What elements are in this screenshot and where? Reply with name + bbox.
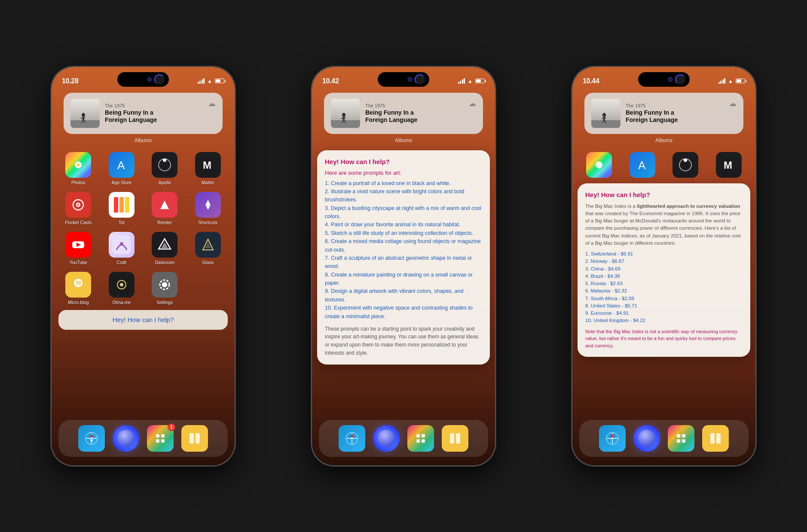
- art-item-8: 8. Create a miniature painting or drawin…: [325, 271, 482, 288]
- app-icon-appstore-3[interactable]: A: [630, 152, 655, 178]
- album-art-2: [331, 99, 360, 128]
- phone-2-screen: 10.42 ▲: [312, 67, 495, 465]
- widget-container-1[interactable]: The 1975 Being Funny In aForeign Languag…: [52, 93, 235, 150]
- bmi-item-1: 1. Switzerland - $6.91: [585, 250, 743, 258]
- siri-popup-body-3: The Big Mac Index is a lighthearted appr…: [585, 203, 743, 350]
- dock-app-siri-1[interactable]: [113, 425, 139, 452]
- widget-container-2[interactable]: The 1975 Being Funny In aForeign Languag…: [312, 93, 495, 150]
- app-item-photos[interactable]: Photos: [60, 152, 97, 185]
- app-item-apollo[interactable]: Apollo: [147, 152, 183, 185]
- siri-orb-2[interactable]: [373, 425, 400, 452]
- dock-app-multipl-3[interactable]: [702, 425, 729, 452]
- svg-point-77: [684, 158, 687, 162]
- album-art-1: [70, 99, 100, 128]
- app-item-glass[interactable]: Glass: [190, 232, 226, 265]
- bmi-item-3: 3. China - $4.69: [585, 265, 743, 273]
- dock-icon-safari-3[interactable]: [599, 425, 626, 452]
- dock-icon-safari-1[interactable]: [78, 425, 105, 452]
- app-item-apollo-3[interactable]: [667, 152, 704, 180]
- siri-bar-1[interactable]: Hey! How can I help?: [58, 310, 228, 330]
- app-item-appstore[interactable]: A App Store: [104, 152, 140, 185]
- app-icon-photos-3[interactable]: [586, 152, 612, 178]
- dock-icon-multipl-2[interactable]: [442, 425, 468, 452]
- dock-icon-slack-2[interactable]: [407, 425, 434, 452]
- app-icon-reeder[interactable]: [152, 192, 177, 218]
- app-icon-olma[interactable]: [109, 272, 134, 298]
- app-item-pocketcasts[interactable]: Pocket Casts: [60, 192, 97, 225]
- di-camera-3: [668, 77, 672, 82]
- app-item-photos-3[interactable]: [581, 152, 617, 180]
- app-icon-matter-3[interactable]: M: [716, 152, 742, 178]
- dock-app-siri-3[interactable]: [633, 425, 660, 452]
- app-icon-craft[interactable]: [109, 232, 134, 258]
- app-icon-matter[interactable]: M: [195, 152, 221, 178]
- art-footer: These prompts can be a starting point to…: [325, 325, 482, 357]
- di-camera-2: [408, 77, 412, 82]
- dock-app-safari-1[interactable]: [78, 425, 105, 452]
- widget-label-1: Albums: [57, 137, 229, 143]
- widget-container-3[interactable]: The 1975 Being Funny In aForeign Languag…: [572, 93, 755, 150]
- svg-rect-85: [677, 439, 680, 443]
- phone-3-screen: 10.44 ▲: [572, 67, 755, 465]
- dynamic-island-2: [378, 72, 429, 87]
- app-label-pocketcasts: Pocket Casts: [65, 220, 92, 225]
- svg-rect-66: [456, 433, 460, 444]
- app-icon-apollo[interactable]: [152, 152, 177, 178]
- signal-icon-2: [458, 78, 465, 84]
- dock-icon-safari-2[interactable]: [339, 425, 365, 452]
- app-item-tot[interactable]: Tot: [104, 192, 140, 225]
- app-label-microblog: Micro.blog: [68, 300, 89, 305]
- app-label-reeder: Reeder: [157, 220, 172, 225]
- siri-orb-1[interactable]: [113, 425, 139, 452]
- app-item-olma[interactable]: Olma.me: [104, 272, 140, 305]
- siri-orb-3[interactable]: [633, 425, 660, 452]
- now-playing-widget-1[interactable]: The 1975 Being Funny In aForeign Languag…: [64, 93, 223, 134]
- dock-app-multipl-1[interactable]: [181, 425, 208, 452]
- svg-rect-87: [710, 433, 715, 444]
- app-icon-apollo-3[interactable]: [672, 152, 698, 178]
- dock-icon-multipl-1[interactable]: [181, 425, 208, 452]
- app-item-matter-3[interactable]: M: [711, 152, 747, 180]
- dock-icon-multipl-3[interactable]: [702, 425, 729, 452]
- app-item-microblog[interactable]: M Micro.blog: [60, 272, 97, 305]
- app-icon-microblog[interactable]: M: [65, 272, 91, 298]
- app-icon-shortcuts[interactable]: [195, 192, 221, 218]
- app-item-craft[interactable]: Craft: [104, 232, 140, 265]
- app-icon-darkroom[interactable]: [152, 232, 177, 258]
- dock-app-slack-1[interactable]: 1: [147, 425, 174, 452]
- app-item-matter[interactable]: M Matter: [190, 152, 226, 185]
- app-icon-photos[interactable]: [65, 152, 91, 178]
- dock-app-slack-3[interactable]: [668, 425, 694, 452]
- app-label-tot: Tot: [119, 220, 125, 225]
- dock-app-siri-2[interactable]: [373, 425, 400, 452]
- app-item-appstore-3[interactable]: A: [624, 152, 661, 180]
- app-icon-tot[interactable]: [109, 192, 134, 218]
- battery-icon-1: [215, 79, 224, 83]
- app-icon-glass[interactable]: [195, 232, 221, 258]
- now-playing-info-2: The 1975 Being Funny In aForeign Languag…: [365, 103, 476, 124]
- app-item-settings[interactable]: Settings: [147, 272, 183, 305]
- widget-label-2: Albums: [317, 137, 490, 143]
- app-item-darkroom[interactable]: Darkroom: [147, 232, 183, 265]
- siri-bar-text-1: Hey! How can I help?: [113, 316, 174, 323]
- app-item-shortcuts[interactable]: Shortcuts: [190, 192, 226, 225]
- app-icon-youtube[interactable]: [65, 232, 91, 258]
- dock-app-safari-2[interactable]: [339, 425, 365, 452]
- partial-app-grid-3: A M: [572, 152, 755, 180]
- dock-icon-slack-3[interactable]: [668, 425, 694, 452]
- dock-app-safari-3[interactable]: [599, 425, 626, 452]
- dock-app-slack-2[interactable]: [407, 425, 434, 452]
- app-icon-pocketcasts[interactable]: [65, 192, 91, 218]
- siri-popup-2: Hey! How can I help? Here are some promp…: [317, 150, 490, 365]
- app-icon-appstore[interactable]: A: [109, 152, 134, 178]
- now-playing-widget-3[interactable]: The 1975 Being Funny In aForeign Languag…: [584, 93, 743, 134]
- svg-rect-51: [331, 120, 360, 128]
- svg-rect-45: [161, 434, 165, 438]
- app-icon-settings[interactable]: [152, 272, 177, 298]
- app-item-youtube[interactable]: YouTube: [60, 232, 97, 265]
- svg-point-9: [77, 164, 79, 166]
- svg-rect-18: [114, 197, 118, 213]
- now-playing-widget-2[interactable]: The 1975 Being Funny In aForeign Languag…: [324, 93, 483, 134]
- app-item-reeder[interactable]: Reeder: [147, 192, 183, 225]
- dock-app-multipl-2[interactable]: [442, 425, 468, 452]
